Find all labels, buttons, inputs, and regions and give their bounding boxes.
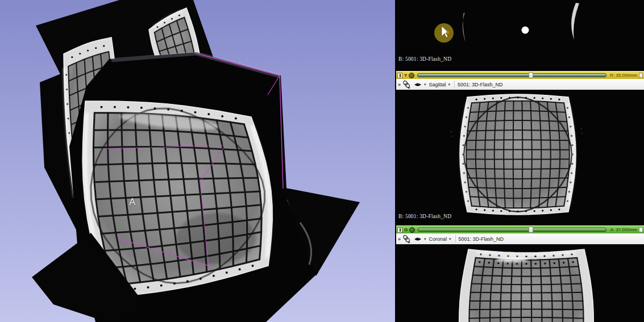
link-views-button[interactable] <box>402 80 412 89</box>
orientation-value: Coronal <box>429 236 447 242</box>
volume-corner-label: B: 5001: 3D-Flash_ND <box>398 214 451 219</box>
sagittal-offset-slider[interactable] <box>417 73 606 77</box>
coronal-controller-bar: G A: 37.000mm <box>396 225 644 233</box>
slice-image-sagittal <box>396 90 644 225</box>
sagittal-offset-slider-handle[interactable] <box>529 72 533 78</box>
slice-view-coronal[interactable] <box>396 245 644 322</box>
eye-icon <box>414 236 422 242</box>
pin-button[interactable] <box>397 73 402 78</box>
slice-view-sagittal[interactable]: B: 5001: 3D-Flash_ND <box>396 90 644 225</box>
orientation-selector[interactable]: Coronal ▾ <box>428 236 452 242</box>
toolbar-separator <box>455 235 456 242</box>
orientation-selector[interactable]: Sagittal ▾ <box>428 82 452 87</box>
slice-visibility-icon[interactable] <box>409 227 415 233</box>
slice-visibility-icon[interactable] <box>409 73 414 78</box>
visibility-dropdown-button[interactable]: ▾ <box>424 82 426 87</box>
chain-link-icon <box>402 235 411 244</box>
application-window: A B: 5001: 3D-Flash_ND Y R: 35. <box>0 0 644 322</box>
3d-viewport[interactable]: A <box>0 0 396 322</box>
eye-icon <box>414 82 422 87</box>
expand-controller-button[interactable]: » <box>398 236 400 242</box>
orientation-label-anterior: A <box>129 196 135 208</box>
link-views-button[interactable] <box>402 235 412 244</box>
volume-selector[interactable]: 5001: 3D-Flash_ND <box>459 236 504 242</box>
coronal-offset-slider-handle[interactable] <box>529 227 533 233</box>
toolbar-separator <box>454 81 455 88</box>
slice-offset-value: A: 37.000mm <box>609 227 638 232</box>
sagittal-controller-bar: Y R: 35.000mm <box>396 71 644 79</box>
slice-view-top[interactable]: B: 5001: 3D-Flash_ND <box>396 0 644 71</box>
3d-scene <box>0 0 395 322</box>
visibility-eye-button[interactable] <box>413 236 422 242</box>
fiducial-dot <box>522 27 529 34</box>
chevron-down-icon: ▾ <box>449 237 451 241</box>
chain-link-icon <box>402 80 411 89</box>
orientation-value: Sagittal <box>429 82 446 87</box>
coronal-offset-slider[interactable] <box>418 228 606 232</box>
cursor-accent-dot <box>446 31 449 34</box>
slice-offset-value: R: 35.000mm <box>609 73 638 78</box>
volume-corner-label: B: 5001: 3D-Flash_ND <box>398 56 451 62</box>
slider-end-chip[interactable] <box>639 73 643 78</box>
volume-selector[interactable]: 5001: 3D-Flash_ND <box>458 82 503 87</box>
coronal-toolbar: » ▾ Coronal ▾ <box>396 233 644 245</box>
sagittal-toolbar: » ▾ Sagittal ▾ <box>396 79 644 90</box>
slice-view-letter: G <box>404 228 408 232</box>
slice-view-letter: Y <box>404 73 408 78</box>
visibility-eye-button[interactable] <box>413 82 422 87</box>
pin-button[interactable] <box>397 227 402 233</box>
visibility-dropdown-button[interactable]: ▾ <box>424 237 426 241</box>
slice-image-coronal <box>396 245 644 322</box>
chevron-down-icon: ▾ <box>448 82 451 87</box>
slider-end-chip[interactable] <box>639 227 643 232</box>
slice-panel-column: B: 5001: 3D-Flash_ND Y R: 35.000mm » <box>396 0 644 322</box>
expand-controller-button[interactable]: » <box>398 82 400 87</box>
